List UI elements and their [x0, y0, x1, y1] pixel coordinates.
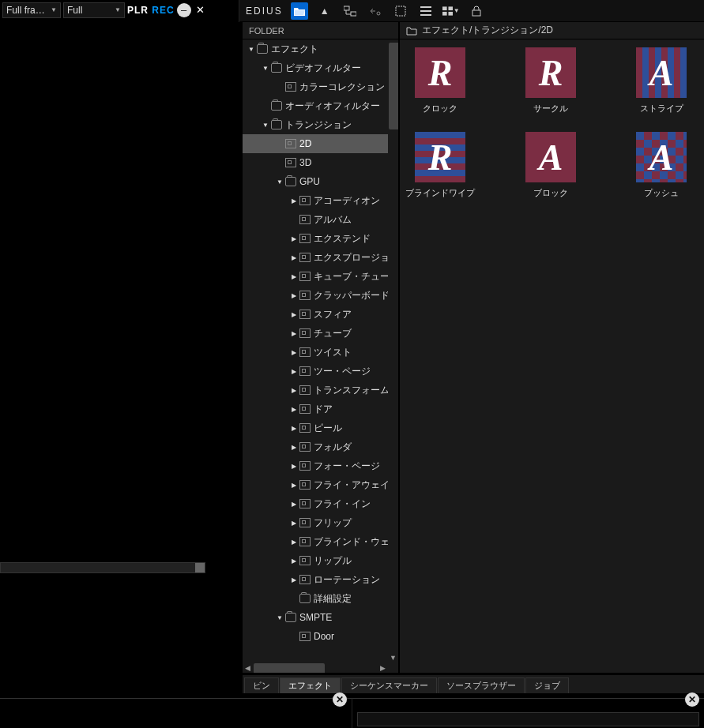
- close-icon[interactable]: ✕: [333, 692, 347, 707]
- tree-row[interactable]: ▼SMPTE: [243, 608, 388, 627]
- disclosure-icon[interactable]: ▶: [290, 273, 298, 280]
- scroll-left-arrow[interactable]: ◀: [243, 662, 253, 673]
- preset-icon: [299, 632, 311, 641]
- preset-icon: [285, 82, 296, 92]
- effect-item[interactable]: Aブロック: [515, 132, 586, 199]
- disclosure-icon[interactable]: ▶: [290, 425, 298, 432]
- folder-tree[interactable]: ▼エフェクト▼ビデオフィルターカラーコレクションオーディオフィルター▼トランジシ…: [243, 39, 388, 673]
- tree-row[interactable]: ▶フリップ: [243, 513, 388, 532]
- disclosure-icon[interactable]: ▶: [290, 557, 298, 565]
- list-view-icon[interactable]: [417, 2, 435, 20]
- disclosure-icon[interactable]: ▶: [290, 235, 298, 242]
- disclosure-icon[interactable]: ▶: [290, 311, 298, 318]
- disclosure-icon[interactable]: ▶: [290, 197, 298, 205]
- disclosure-icon[interactable]: ▼: [262, 122, 269, 129]
- grid-view-icon[interactable]: ▼: [442, 2, 460, 20]
- svg-rect-8: [472, 10, 480, 16]
- panel-tab[interactable]: ソースブラウザー: [438, 677, 525, 693]
- effect-settings-icon[interactable]: [367, 2, 384, 20]
- tree-row[interactable]: ▼トランジション: [243, 115, 388, 134]
- scrollbar-thumb[interactable]: [254, 663, 325, 673]
- disclosure-icon[interactable]: ▶: [290, 406, 298, 413]
- disclosure-icon[interactable]: ▶: [290, 292, 298, 299]
- disclosure-icon[interactable]: ▶: [290, 482, 298, 489]
- tree-row[interactable]: ▼ビデオフィルター: [243, 58, 388, 77]
- scrollbar-thumb[interactable]: [389, 43, 398, 129]
- effect-item[interactable]: Aプッシュ: [626, 132, 697, 199]
- tree-row[interactable]: ▶キューブ・チューブ: [243, 267, 388, 286]
- effect-item[interactable]: Rブラインドワイプ: [405, 132, 476, 199]
- close-icon[interactable]: ✕: [685, 692, 699, 707]
- tree-row[interactable]: ▶ツイスト: [243, 343, 388, 362]
- slider-handle[interactable]: [195, 563, 205, 572]
- tree-row[interactable]: ▶アコーディオン: [243, 191, 388, 210]
- disclosure-icon[interactable]: ▶: [290, 349, 298, 356]
- tree-row[interactable]: ▶フライ・アウェイ: [243, 475, 388, 494]
- disclosure-icon[interactable]: ▶: [290, 387, 298, 394]
- tree-row[interactable]: 2D: [243, 134, 388, 153]
- effect-item[interactable]: Rクロック: [405, 47, 476, 114]
- tree-row[interactable]: ▶ピール: [243, 418, 388, 437]
- disclosure-icon[interactable]: ▶: [290, 538, 298, 546]
- minimize-button[interactable]: –: [177, 3, 191, 17]
- folder-icon: [257, 44, 268, 54]
- disclosure-icon[interactable]: ▶: [290, 576, 298, 584]
- tree-row[interactable]: ▶ローテーション: [243, 570, 388, 589]
- tree-label: GPU: [299, 176, 320, 187]
- tree-row[interactable]: ▼GPU: [243, 172, 388, 191]
- tree-row[interactable]: ▶フォー・ページ: [243, 456, 388, 475]
- panel-tab[interactable]: エフェクト: [280, 677, 341, 693]
- scroll-down-arrow[interactable]: ▼: [388, 652, 398, 662]
- horizontal-scrollbar[interactable]: ◀ ▶: [243, 662, 388, 673]
- disclosure-icon[interactable]: ▼: [276, 614, 284, 621]
- tree-row[interactable]: ▼エフェクト: [243, 39, 388, 58]
- disclosure-icon[interactable]: ▼: [247, 46, 255, 53]
- tree-row[interactable]: ▶エクスプロージョン: [243, 248, 388, 267]
- panel-tab[interactable]: ジョブ: [525, 677, 569, 693]
- disclosure-icon[interactable]: ▶: [290, 444, 298, 451]
- tree-row[interactable]: ▶トランスフォーム: [243, 381, 388, 400]
- tree-row[interactable]: ▶スフィア: [243, 305, 388, 324]
- frame-mode-dropdown[interactable]: Full fra…▼: [2, 2, 61, 18]
- tree-row[interactable]: オーディオフィルター: [243, 96, 388, 115]
- tree-label: SMPTE: [299, 612, 332, 623]
- tree-row[interactable]: ▶フライ・イン: [243, 494, 388, 513]
- preview-slider[interactable]: [0, 562, 205, 573]
- disclosure-icon[interactable]: ▶: [290, 368, 298, 375]
- panel-tab[interactable]: ビン: [244, 677, 279, 693]
- disclosure-icon[interactable]: ▶: [290, 330, 298, 337]
- dock-input[interactable]: [357, 712, 699, 726]
- folder-open-icon[interactable]: [291, 2, 308, 20]
- panel-tab[interactable]: シーケンスマーカー: [341, 677, 437, 693]
- scroll-right-arrow[interactable]: ▶: [378, 662, 388, 673]
- tree-row[interactable]: 3D: [243, 153, 388, 172]
- tree-row[interactable]: ▶クラッパーボード: [243, 286, 388, 305]
- tree-row[interactable]: ▶フォルダ: [243, 437, 388, 456]
- effect-item[interactable]: Aストライプ: [626, 47, 697, 114]
- disclosure-icon[interactable]: ▼: [276, 178, 284, 186]
- tree-row[interactable]: ▶チューブ: [243, 324, 388, 343]
- tree-row[interactable]: ▶エクステンド: [243, 229, 388, 248]
- vertical-scrollbar[interactable]: ▲ ▼: [388, 39, 398, 662]
- tree-row[interactable]: ▶ブラインド・ウェーブ: [243, 532, 388, 551]
- refresh-icon[interactable]: [392, 2, 409, 20]
- lock-icon[interactable]: [468, 2, 485, 20]
- disclosure-icon[interactable]: ▶: [290, 463, 298, 470]
- quality-dropdown[interactable]: Full▼: [63, 2, 125, 18]
- disclosure-icon[interactable]: ▶: [290, 501, 298, 508]
- disclosure-icon[interactable]: ▶: [290, 520, 298, 527]
- tree-row[interactable]: カラーコレクション: [243, 77, 388, 96]
- disclosure-icon[interactable]: ▼: [262, 65, 269, 72]
- tree-row[interactable]: ▶ドア: [243, 400, 388, 418]
- up-icon[interactable]: ▲: [316, 2, 333, 20]
- tree-row[interactable]: Door: [243, 627, 388, 646]
- tree-row[interactable]: ▶リップル: [243, 551, 388, 570]
- folder-tree-icon[interactable]: [341, 2, 359, 20]
- app-brand: EDIUS: [246, 6, 283, 17]
- tree-row[interactable]: 詳細設定: [243, 589, 388, 608]
- tree-row[interactable]: アルバム: [243, 210, 388, 229]
- close-button[interactable]: ✕: [194, 3, 208, 17]
- tree-row[interactable]: ▶ツー・ページ: [243, 362, 388, 381]
- effect-item[interactable]: Rサークル: [515, 47, 586, 114]
- disclosure-icon[interactable]: ▶: [290, 254, 298, 261]
